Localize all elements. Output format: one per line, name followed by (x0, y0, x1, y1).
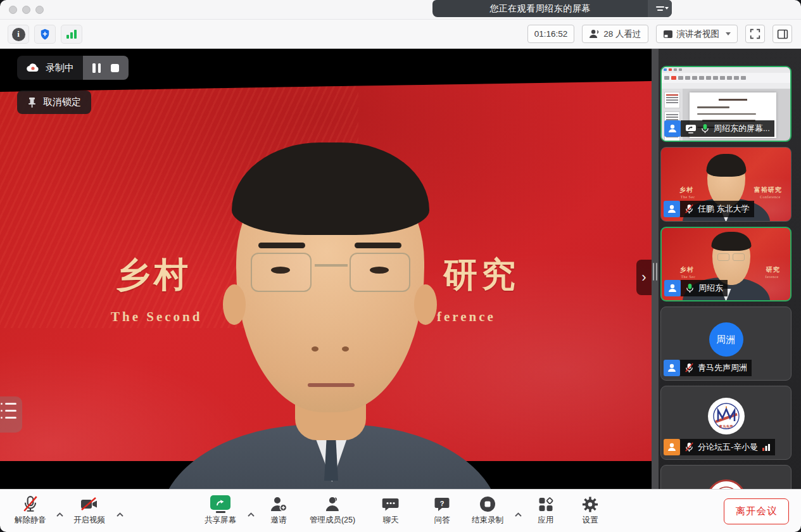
unlock-pin-button[interactable]: 取消锁定 (17, 91, 91, 114)
participant-tile-zhoushaodong[interactable]: 乡村 研究 The Sec ference (660, 227, 792, 301)
tile-banner-text: 乡村 (679, 186, 693, 194)
drag-handle-icon (653, 263, 657, 281)
tile-banner-text: Conference (760, 195, 781, 199)
manage-members-button[interactable]: 管理成员(25) (310, 495, 355, 526)
security-button[interactable] (34, 25, 56, 44)
participant-tile-partial[interactable] (660, 465, 792, 489)
viewing-options-button[interactable] (648, 0, 672, 17)
pause-recording-button[interactable] (92, 63, 101, 73)
view-mode-dropdown[interactable]: 演讲者视图 (656, 25, 738, 43)
shield-plus-icon (39, 27, 51, 41)
banner-text-en-right: ference (437, 309, 496, 325)
viewers-icon (589, 29, 600, 39)
zoom-window-button[interactable] (35, 6, 44, 14)
participant-role-icon (664, 439, 680, 455)
members-icon (324, 496, 341, 512)
share-options-caret[interactable] (247, 509, 255, 520)
participant-tile-renpeng[interactable]: 乡村 富裕研究 The Sec Conference (660, 147, 792, 222)
participant-role-icon (664, 280, 681, 296)
meeting-timer: 01:16:52 (527, 25, 575, 43)
invite-person-icon (270, 496, 287, 512)
share-screen-button[interactable]: 共享屏幕 (205, 495, 236, 526)
recording-status-label: 录制中 (46, 62, 74, 74)
audio-options-caret[interactable] (56, 509, 64, 520)
mic-on-icon (700, 124, 710, 134)
unmute-button[interactable]: 解除静音 (15, 495, 46, 526)
sidebar-toggle-button[interactable] (773, 25, 792, 43)
chevron-right-icon: › (641, 269, 646, 286)
logo-caption: 青马先声 (715, 424, 738, 429)
mic-muted-icon (684, 204, 694, 214)
minimize-window-button[interactable] (22, 6, 30, 14)
tile-banner-text: 研究 (766, 265, 780, 274)
menu-lines-icon (656, 6, 664, 8)
participant-name: 周绍东的屏幕... (714, 123, 770, 134)
participant-tile-zhouzhou[interactable]: 周洲 青马先声周洲 (660, 307, 792, 381)
tile-banner-text: The Sec (681, 275, 695, 279)
fullscreen-button[interactable] (745, 25, 765, 43)
tile-banner-text: ference (766, 275, 779, 279)
video-options-caret[interactable] (116, 509, 124, 520)
chat-bubble-icon (382, 497, 400, 512)
viewing-banner: 您正在观看周绍东的屏幕 (432, 0, 672, 17)
chat-button[interactable]: 聊天 (382, 495, 400, 526)
pin-icon (27, 97, 37, 108)
avatar-logo: 青马先声 (708, 398, 745, 434)
main-video-stage: 乡村 研究 The Second ference (0, 49, 652, 489)
network-signal-icon (762, 443, 771, 452)
caption-list-button[interactable] (0, 396, 22, 433)
camera-muted-icon (80, 497, 99, 512)
layout-icon (663, 30, 673, 39)
banner-text-cn-left: 乡村 (116, 252, 192, 298)
control-bar: 解除静音 开启视频 (0, 489, 801, 532)
collapse-sidebar-button[interactable]: › (636, 260, 652, 295)
stop-record-icon (479, 496, 496, 512)
unlock-label: 取消锁定 (43, 96, 81, 108)
participant-role-icon (664, 120, 681, 137)
meeting-window: 乡村 研究 The Second ference (0, 0, 801, 532)
meeting-info-button[interactable]: i (8, 25, 29, 44)
participant-name: 周绍东 (698, 282, 723, 294)
participant-role-icon (664, 201, 680, 217)
viewers-count-button[interactable]: 28 人看过 (582, 25, 648, 43)
tile-banner-text: The Sec (681, 195, 695, 199)
close-window-button[interactable] (9, 6, 17, 14)
tile-banner-text: 乡村 (679, 265, 693, 274)
settings-button[interactable]: 设置 (582, 495, 599, 526)
qa-bubble-icon: ? (434, 497, 450, 512)
mic-muted-icon (684, 442, 694, 452)
leave-meeting-button[interactable]: 离开会议 (724, 498, 789, 524)
apps-grid-icon (538, 497, 554, 512)
participant-name: 分论坛五-辛小曼 (698, 441, 758, 453)
network-status-button[interactable] (61, 25, 82, 44)
sidebar-panel-icon (777, 28, 788, 40)
mic-muted-icon (684, 363, 694, 373)
participant-name: 青马先声周洲 (698, 362, 747, 374)
recording-options-caret[interactable] (514, 509, 522, 520)
viewing-banner-text: 您正在观看周绍东的屏幕 (432, 3, 648, 15)
info-icon: i (12, 28, 25, 41)
fullscreen-icon (750, 28, 760, 39)
meeting-toolbar: i 01:16:52 (0, 20, 801, 49)
avatar: 周洲 (709, 322, 743, 357)
banner-text-en-left: The Second (111, 309, 202, 325)
share-screen-icon (210, 495, 230, 510)
tile-banner-text: 富裕研究 (754, 186, 782, 194)
qa-button[interactable]: ? 问答 (434, 495, 450, 526)
participant-tile-screen-share[interactable]: 周绍东的屏幕... (660, 66, 792, 142)
apps-button[interactable]: 应用 (538, 495, 554, 526)
svg-text:?: ? (440, 499, 445, 507)
chevron-down-icon (726, 32, 731, 35)
mic-muted-icon (22, 495, 39, 513)
invite-button[interactable]: 邀请 (270, 495, 287, 526)
participant-role-icon (664, 360, 680, 376)
mic-on-icon (685, 283, 695, 293)
stop-recording-button[interactable] (111, 64, 119, 72)
panel-resize-divider[interactable] (652, 49, 659, 489)
participant-tile-xinxiaoman[interactable]: 青马先声 分论坛五-辛小曼 (660, 386, 792, 460)
start-video-button[interactable]: 开启视频 (73, 495, 105, 526)
window-titlebar (0, 0, 801, 20)
recording-pill: 录制中 (17, 56, 129, 80)
avatar-logo (707, 479, 746, 489)
end-recording-button[interactable]: 结束录制 (472, 495, 503, 526)
